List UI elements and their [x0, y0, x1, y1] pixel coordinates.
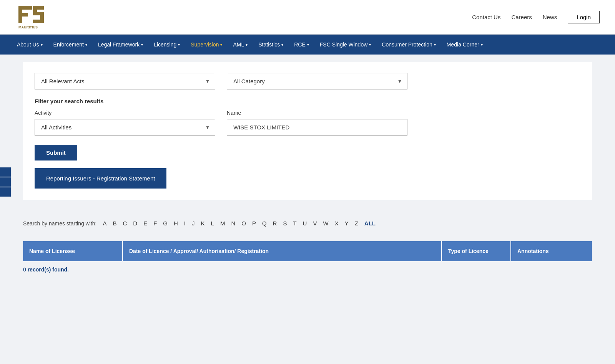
page-content: All Relevant Acts Securities Act Insuran… — [0, 55, 615, 288]
name-input[interactable] — [227, 119, 407, 136]
alpha-I[interactable]: I — [183, 219, 187, 227]
svg-rect-2 — [18, 6, 32, 10]
category-select[interactable]: All Category Category 1 Category 2 Categ… — [227, 73, 407, 89]
alpha-E[interactable]: E — [142, 219, 149, 227]
alpha-N[interactable]: N — [229, 219, 237, 227]
alpha-C[interactable]: C — [121, 219, 128, 227]
consumer-protection-arrow: ▾ — [434, 43, 436, 47]
activity-label: Activity — [35, 110, 215, 116]
nav-aml[interactable]: AML ▾ — [228, 35, 253, 55]
contact-us-link[interactable]: Contact Us — [472, 14, 500, 20]
fsc-logo: MAURITIUS — [15, 4, 46, 31]
alpha-R[interactable]: R — [271, 219, 279, 227]
report-issuers-button[interactable]: Reporting Issuers - Registration Stateme… — [35, 168, 166, 189]
nav-supervision[interactable]: Supervision ▾ — [185, 35, 228, 55]
news-link[interactable]: News — [543, 14, 557, 20]
name-field-block: Name — [227, 110, 407, 136]
nav-legal-framework[interactable]: Legal Framework ▾ — [93, 35, 148, 55]
legal-framework-arrow: ▾ — [141, 43, 143, 47]
nav-enforcement[interactable]: Enforcement ▾ — [48, 35, 93, 55]
alpha-D[interactable]: D — [131, 219, 139, 227]
activity-select[interactable]: All Activities Investment Dealer Investm… — [35, 119, 215, 136]
media-corner-arrow: ▾ — [481, 43, 483, 47]
alpha-Q[interactable]: Q — [261, 219, 268, 227]
about-us-arrow: ▾ — [41, 43, 43, 47]
results-section: Name of Licensee Date of Licence / Appro… — [23, 241, 592, 273]
alpha-U[interactable]: U — [301, 219, 309, 227]
alpha-W[interactable]: W — [321, 219, 330, 227]
alpha-Z[interactable]: Z — [353, 219, 360, 227]
submit-button[interactable]: Submit — [35, 145, 77, 160]
category-wrapper: All Category Category 1 Category 2 Categ… — [227, 73, 407, 89]
alpha-row: Search by names starting with: A B C D E… — [23, 219, 592, 227]
category-select-wrapper: All Category Category 1 Category 2 Categ… — [227, 73, 407, 89]
side-tab-2[interactable] — [0, 177, 11, 187]
logo-area: MAURITIUS — [15, 4, 46, 31]
nav-rce[interactable]: RCE ▾ — [289, 35, 314, 55]
enforcement-arrow: ▾ — [85, 43, 87, 47]
svg-rect-6 — [33, 12, 44, 15]
alpha-S[interactable]: S — [281, 219, 288, 227]
nav-about-us[interactable]: About Us ▾ — [12, 35, 48, 55]
alpha-J[interactable]: J — [190, 219, 196, 227]
alpha-X[interactable]: X — [333, 219, 340, 227]
filter-section: All Relevant Acts Securities Act Insuran… — [23, 62, 592, 200]
top-nav: Contact Us Careers News Login — [472, 11, 600, 23]
svg-text:MAURITIUS: MAURITIUS — [18, 25, 38, 29]
svg-rect-8 — [33, 20, 44, 23]
activity-field-block: Activity All Activities Investment Deale… — [35, 110, 215, 136]
activity-name-row: Activity All Activities Investment Deale… — [35, 110, 580, 136]
nav-media-corner[interactable]: Media Corner ▾ — [441, 35, 488, 55]
alpha-F[interactable]: F — [152, 219, 158, 227]
table-header-row: Name of Licensee Date of Licence / Appro… — [23, 241, 592, 261]
alpha-prefix-label: Search by names starting with: — [23, 220, 96, 227]
statistics-arrow: ▾ — [281, 43, 283, 47]
alpha-L[interactable]: L — [209, 219, 216, 227]
alpha-A[interactable]: A — [101, 219, 108, 227]
nav-consumer-protection[interactable]: Consumer Protection ▾ — [376, 35, 441, 55]
relevant-acts-wrapper: All Relevant Acts Securities Act Insuran… — [35, 73, 215, 89]
th-date-of-licence: Date of Licence / Approval/ Authorisatio… — [123, 241, 442, 261]
alpha-H[interactable]: H — [172, 219, 180, 227]
top-dropdowns-row: All Relevant Acts Securities Act Insuran… — [35, 73, 580, 89]
th-type-of-licence: Type of Licence — [442, 241, 511, 261]
nav-fsc-single-window[interactable]: FSC Single Window ▾ — [314, 35, 377, 55]
th-annotations: Annotations — [511, 241, 592, 261]
alpha-ALL[interactable]: ALL — [363, 219, 377, 227]
alpha-O[interactable]: O — [240, 219, 248, 227]
licensing-arrow: ▾ — [178, 43, 180, 47]
side-tab-1[interactable] — [0, 167, 11, 177]
fsc-single-window-arrow: ▾ — [369, 43, 371, 47]
alpha-search-section: Search by names starting with: A B C D E… — [23, 212, 592, 235]
rce-arrow: ▾ — [307, 43, 309, 47]
main-nav: About Us ▾ Enforcement ▾ Legal Framework… — [0, 35, 615, 55]
nav-statistics[interactable]: Statistics ▾ — [253, 35, 289, 55]
alpha-Y[interactable]: Y — [343, 219, 350, 227]
relevant-acts-select-wrapper: All Relevant Acts Securities Act Insuran… — [35, 73, 215, 89]
supervision-arrow: ▾ — [220, 43, 222, 47]
name-label: Name — [227, 110, 407, 116]
svg-rect-3 — [18, 13, 28, 17]
filter-results-label: Filter your search results — [35, 98, 580, 104]
alpha-B[interactable]: B — [111, 219, 118, 227]
side-tab-3[interactable] — [0, 187, 11, 197]
alpha-T[interactable]: T — [291, 219, 298, 227]
activity-select-wrapper: All Activities Investment Dealer Investm… — [35, 119, 215, 136]
side-float-tabs — [0, 167, 11, 197]
relevant-acts-select[interactable]: All Relevant Acts Securities Act Insuran… — [35, 73, 215, 89]
th-name-of-licensee: Name of Licensee — [23, 241, 123, 261]
records-found-label: 0 record(s) found. — [23, 266, 592, 273]
alpha-G[interactable]: G — [161, 219, 169, 227]
alpha-V[interactable]: V — [311, 219, 318, 227]
alpha-P[interactable]: P — [251, 219, 258, 227]
careers-link[interactable]: Careers — [511, 14, 532, 20]
aml-arrow: ▾ — [246, 43, 248, 47]
top-header: MAURITIUS Contact Us Careers News Login — [0, 0, 615, 35]
nav-licensing[interactable]: Licensing ▾ — [148, 35, 185, 55]
alpha-M[interactable]: M — [219, 219, 227, 227]
alpha-K[interactable]: K — [199, 219, 206, 227]
login-button[interactable]: Login — [568, 11, 600, 23]
